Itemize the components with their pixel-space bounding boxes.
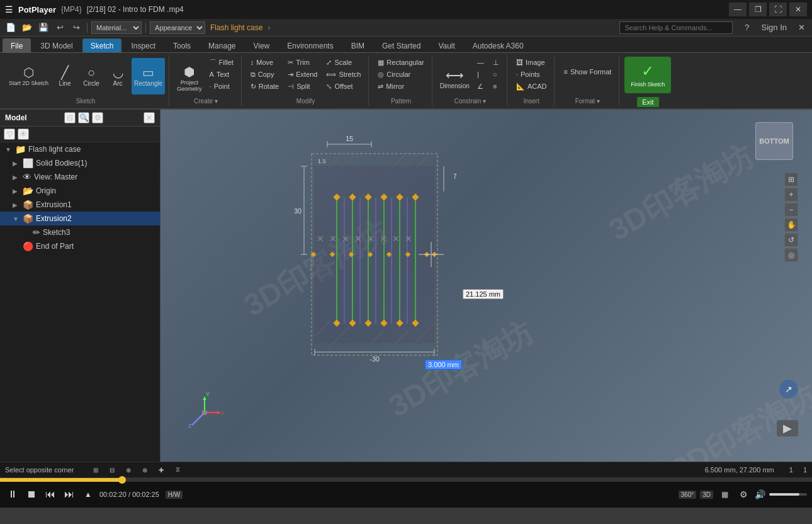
fillet-button[interactable]: ⌒ Fillet xyxy=(206,57,237,68)
save-button[interactable]: 💾 xyxy=(37,21,50,35)
extend-button[interactable]: ⇥ Extend xyxy=(284,69,321,80)
arc-button[interactable]: ◡ Arc xyxy=(105,58,130,94)
circle-button[interactable]: ○ Circle xyxy=(79,58,104,94)
status-tool2[interactable]: ⊟ xyxy=(105,463,119,477)
stretch-button[interactable]: ⟺ Stretch xyxy=(322,69,364,80)
tree-item-extrusion2[interactable]: ▼ 📦 Extrusion2 xyxy=(0,212,160,225)
play-pause-button[interactable]: ⏸ xyxy=(5,487,20,502)
tree-item-extrusion1[interactable]: ▶ 📦 Extrusion1 xyxy=(0,198,160,212)
constrain5-button[interactable]: ○ xyxy=(489,69,503,80)
constrain3-button[interactable]: ∠ xyxy=(473,81,488,92)
tree-item-origin[interactable]: ▶ 📂 Origin xyxy=(0,184,160,198)
binoculars-button[interactable]: 👁 xyxy=(18,128,29,140)
3d-viewport[interactable]: 3D印客淘坊 3D印客淘坊 3D印客淘坊 3D印客淘坊 BOTTOM 15 30 xyxy=(161,110,812,462)
material-dropdown[interactable]: Material... xyxy=(91,21,142,34)
tab-vault[interactable]: Vault xyxy=(430,38,463,52)
tab-a360[interactable]: Autodesk A360 xyxy=(465,38,532,52)
settings-vc-button[interactable]: ▦ xyxy=(717,487,732,502)
fullscreen-button[interactable]: ⛶ xyxy=(769,3,787,16)
look-at-button[interactable]: ◎ xyxy=(784,248,798,262)
close-app-button[interactable]: ✕ xyxy=(794,21,808,35)
tree-item-flashlight[interactable]: ▼ 📁 Flash light case xyxy=(0,142,160,156)
status-tool5[interactable]: ✚ xyxy=(154,463,168,477)
move-button[interactable]: ↕ Move xyxy=(247,57,283,68)
navcube[interactable]: BOTTOM xyxy=(755,122,793,160)
point-button[interactable]: · Point xyxy=(206,81,237,92)
dimension-button[interactable]: ⟷ Dimension xyxy=(437,60,472,97)
project-geometry-button[interactable]: ⬢ ProjectGeometry xyxy=(174,60,205,97)
tree-item-solidbodies[interactable]: ▶ ⬜ Solid Bodies(1) xyxy=(0,156,160,170)
status-tool6[interactable]: ⧖ xyxy=(171,463,184,477)
restore-button[interactable]: ❐ xyxy=(749,3,767,16)
finish-sketch-button[interactable]: ✓ Finish Sketch xyxy=(624,57,671,93)
acad-button[interactable]: 📐 ACAD xyxy=(512,81,551,92)
tab-view[interactable]: View xyxy=(245,38,278,52)
tab-inspect[interactable]: Inspect xyxy=(123,38,164,52)
circular-button[interactable]: ◎ Circular xyxy=(374,69,427,80)
tab-environments[interactable]: Environments xyxy=(279,38,341,52)
help-button[interactable]: ? xyxy=(740,21,754,35)
constrain4-button[interactable]: ⊥ xyxy=(489,57,503,68)
search-tree-icon[interactable]: 🔍 xyxy=(78,112,89,123)
undo-button[interactable]: ↩ xyxy=(53,21,67,35)
volume-bar[interactable] xyxy=(769,493,807,496)
tab-file[interactable]: File xyxy=(3,38,31,52)
tab-manage[interactable]: Manage xyxy=(200,38,244,52)
open-button[interactable]: 📂 xyxy=(20,21,34,35)
new-button[interactable]: 📄 xyxy=(4,21,18,35)
progress-thumb[interactable] xyxy=(118,476,126,484)
prev-button[interactable]: ⏮ xyxy=(43,487,58,502)
rectangular-button[interactable]: ▦ Rectangular xyxy=(374,57,427,68)
minimize-button[interactable]: — xyxy=(729,3,747,16)
orbit-button[interactable]: ↺ xyxy=(784,233,798,247)
pan-button[interactable]: ✋ xyxy=(784,218,798,232)
constrain1-button[interactable]: — xyxy=(473,57,488,68)
open-button-vc[interactable]: ▲ xyxy=(81,487,96,502)
constrain6-button[interactable]: ≡ xyxy=(489,81,503,92)
trim-button[interactable]: ✂ Trim xyxy=(284,57,321,68)
image-button[interactable]: 🖼 Image xyxy=(512,57,551,68)
project-name-button[interactable]: Flash light case xyxy=(208,23,265,32)
constrain2-button[interactable]: | xyxy=(473,69,488,80)
next-button[interactable]: ⏭ xyxy=(62,487,77,502)
status-tool3[interactable]: ⊕ xyxy=(121,463,135,477)
start-2d-sketch-button[interactable]: ⬡ Start 2D Sketch xyxy=(6,58,51,94)
settings-icon[interactable]: ⚙ xyxy=(92,112,103,123)
dim-label-3mm[interactable]: 3.000 mm xyxy=(425,360,462,370)
appearance-dropdown[interactable]: Appearance xyxy=(150,21,205,34)
points-button[interactable]: · Points xyxy=(512,69,551,80)
zoom-in-button[interactable]: + xyxy=(784,188,798,202)
tab-3dmodel[interactable]: 3D Model xyxy=(32,38,81,52)
menu-icon[interactable]: ☰ xyxy=(5,4,13,14)
progress-bar[interactable] xyxy=(0,478,812,482)
offset-button[interactable]: ⤡ Offset xyxy=(322,81,364,92)
rotate-button[interactable]: ↻ Rotate xyxy=(247,81,283,92)
status-tool1[interactable]: ⊞ xyxy=(89,463,103,477)
zoom-fit-button[interactable]: ⊞ xyxy=(784,173,798,186)
filter-button[interactable]: ▽ xyxy=(4,128,15,140)
split-button[interactable]: ⊣ Split xyxy=(284,81,321,92)
mirror-button[interactable]: ⇌ Mirror xyxy=(374,81,427,92)
collapse-panel-button[interactable]: ✕ xyxy=(144,112,155,123)
tab-sketch[interactable]: Sketch xyxy=(82,38,122,52)
tree-item-endofpart[interactable]: 🔴 End of Part xyxy=(0,239,160,253)
stop-button[interactable]: ⏹ xyxy=(24,487,39,502)
status-tool4[interactable]: ⊗ xyxy=(138,463,152,477)
tab-tools[interactable]: Tools xyxy=(165,38,199,52)
text-button[interactable]: A Text xyxy=(206,69,237,80)
close-button[interactable]: ✕ xyxy=(789,3,807,16)
tree-item-viewmaster[interactable]: ▶ 👁 View: Master xyxy=(0,170,160,184)
show-format-button[interactable]: ≡ Show Format xyxy=(560,66,615,77)
sign-in-button[interactable]: Sign In xyxy=(758,21,791,35)
tab-getstarted[interactable]: Get Started xyxy=(374,38,429,52)
gear-vc-button[interactable]: ⚙ xyxy=(736,487,751,502)
filter-icon[interactable]: ⊟ xyxy=(64,112,76,123)
redo-button[interactable]: ↪ xyxy=(69,21,83,35)
scale-button[interactable]: ⤢ Scale xyxy=(322,57,364,68)
line-button[interactable]: ╱ Line xyxy=(52,58,77,94)
play-overlay-button[interactable]: ▶ xyxy=(777,420,798,436)
tab-bim[interactable]: BIM xyxy=(343,38,373,52)
rectangle-button[interactable]: ▭ Rectangle xyxy=(132,58,165,94)
share-button[interactable]: ↗ xyxy=(779,380,798,399)
zoom-out-button[interactable]: − xyxy=(784,203,798,217)
